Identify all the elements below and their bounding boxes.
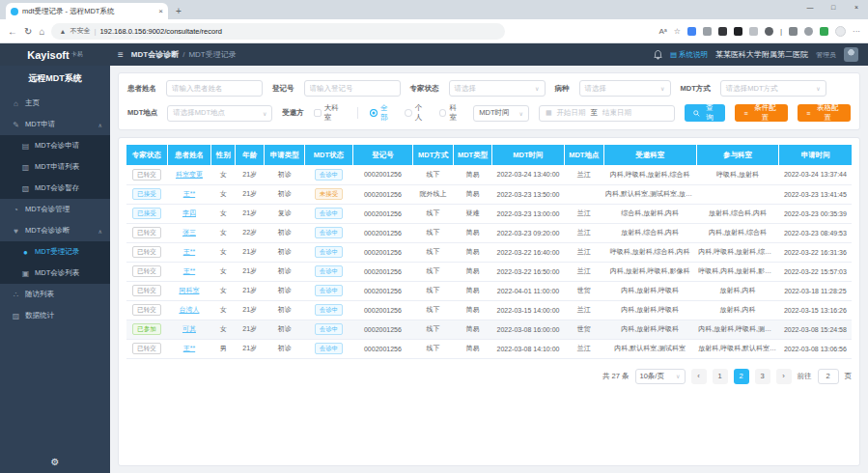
time-type-select[interactable]: MDT时间 ∨ bbox=[473, 105, 529, 122]
browser-profile-avatar[interactable] bbox=[835, 26, 846, 37]
cell-mode: 线下 bbox=[413, 300, 454, 320]
favorite-icon[interactable]: ☆ bbox=[674, 27, 681, 36]
page-button-3[interactable]: 3 bbox=[755, 369, 770, 384]
date-range-picker[interactable]: ▦ 开始日期 至 结束日期 bbox=[539, 105, 675, 122]
page-size-value: 10条/页 bbox=[640, 372, 664, 381]
goto-page-input[interactable]: 2 bbox=[818, 369, 839, 384]
system-help-link[interactable]: ▤ 系统说明 bbox=[670, 50, 708, 60]
search-button[interactable]: 查询 bbox=[685, 104, 726, 122]
sidebar-item-mdt-draft[interactable]: ▧ MDT会诊暂存 bbox=[0, 178, 110, 199]
sidebar-item-mdt-accept-record[interactable]: ● MDT受理记录 bbox=[0, 241, 110, 263]
col-mdt-type[interactable]: MDT类型 bbox=[454, 145, 492, 165]
col-patient-name[interactable]: 患者姓名 bbox=[167, 145, 211, 165]
patient-name-link[interactable]: 李四 bbox=[182, 209, 196, 216]
home-icon[interactable]: ⌂ bbox=[39, 26, 44, 37]
restore-button[interactable]: □ bbox=[822, 0, 845, 14]
page-button-2[interactable]: 2 bbox=[734, 369, 749, 384]
mdt-location-select[interactable]: 请选择MDT地点 ∨ bbox=[167, 105, 272, 122]
col-invited-depts[interactable]: 受邀科室 bbox=[603, 145, 696, 165]
security-warning-icon: ▲ bbox=[59, 28, 66, 35]
table-config-button[interactable]: ≡ 表格配置 bbox=[798, 104, 851, 122]
cell-mode: 线下 bbox=[413, 223, 454, 242]
patient-name-link[interactable]: 王** bbox=[183, 345, 195, 351]
radio-all[interactable]: 全部 bbox=[370, 103, 395, 123]
extension-icon[interactable] bbox=[687, 27, 696, 36]
patient-name-link[interactable]: 张三 bbox=[182, 229, 196, 236]
cell-type: 简易 bbox=[454, 320, 492, 339]
breadcrumb-parent[interactable]: MDT会诊诊断 bbox=[131, 49, 179, 60]
reload-icon[interactable]: ↻ bbox=[24, 26, 32, 37]
sidebar-item-mdt-apply-list[interactable]: ▥ MDT申请列表 bbox=[0, 156, 110, 178]
patient-name-link[interactable]: 可其 bbox=[182, 325, 196, 332]
patient-name-link[interactable]: 王** bbox=[183, 248, 195, 255]
browser-tab[interactable]: mdt受理记录 - 远程MDT系统 × bbox=[6, 3, 168, 19]
extension-icon[interactable] bbox=[749, 27, 758, 36]
disease-select[interactable]: 请选择 ∨ bbox=[579, 80, 671, 97]
tab-close-icon[interactable]: × bbox=[158, 7, 163, 15]
patient-name-link[interactable]: 台湾人 bbox=[179, 306, 199, 313]
sidebar-item-mdt-manage[interactable]: ◔ MDT会诊管理 bbox=[0, 199, 110, 220]
avatar[interactable] bbox=[844, 47, 858, 62]
more-menu-icon[interactable]: ··· bbox=[853, 27, 860, 36]
sidebar-item-data-stats[interactable]: ▨ 数据统计 bbox=[0, 305, 110, 326]
condition-config-button[interactable]: ≡ 条件配置 bbox=[735, 104, 788, 122]
radio-dept[interactable]: 科室 bbox=[439, 103, 464, 123]
col-gender[interactable]: 性别 bbox=[211, 145, 236, 165]
collapse-menu-icon[interactable]: ≡ bbox=[118, 49, 124, 60]
col-apply-type[interactable]: 申请类型 bbox=[265, 145, 305, 165]
patient-name-link[interactable]: 科室变更 bbox=[176, 171, 203, 178]
collections-icon[interactable] bbox=[804, 27, 813, 36]
split-screen-icon[interactable] bbox=[789, 27, 798, 36]
extension-icon[interactable] bbox=[718, 27, 727, 36]
radio-personal[interactable]: 个人 bbox=[405, 103, 430, 123]
settings-gear-icon[interactable]: ⚙ bbox=[0, 457, 110, 467]
back-icon[interactable]: ← bbox=[8, 26, 17, 37]
new-tab-button[interactable]: + bbox=[176, 6, 182, 16]
bell-icon[interactable] bbox=[654, 50, 662, 60]
extension-icon[interactable] bbox=[734, 27, 742, 36]
close-button[interactable]: × bbox=[845, 0, 868, 14]
col-mdt-mode[interactable]: MDT方式 bbox=[413, 145, 454, 165]
col-expert-status[interactable]: 专家状态 bbox=[126, 145, 167, 165]
extension-badge-icon[interactable] bbox=[820, 27, 828, 36]
sidebar-group-mdt-apply[interactable]: ✎ MDT申请 ∧ bbox=[0, 114, 110, 135]
col-joined-depts[interactable]: 参与科室 bbox=[696, 145, 779, 165]
col-age[interactable]: 年龄 bbox=[236, 145, 265, 165]
minimize-button[interactable]: — bbox=[798, 0, 822, 14]
address-bar[interactable]: ▲ 不安全 | 192.168.0.156:9002/consultate/re… bbox=[51, 23, 505, 40]
cell-mdt_status: 会诊中 bbox=[305, 339, 353, 358]
col-mdt-status[interactable]: MDT状态 bbox=[305, 145, 353, 165]
cell-apply_time: 2022-03-18 11:28:25 bbox=[779, 281, 852, 300]
screen: mdt受理记录 - 远程MDT系统 × + — □ × ← ↻ ⌂ ▲ 不安全 … bbox=[0, 0, 868, 473]
col-mdt-location[interactable]: MDT地点 bbox=[565, 145, 604, 165]
page-button-1[interactable]: 1 bbox=[713, 369, 728, 384]
page-size-select[interactable]: 10条/页 ∨ bbox=[635, 369, 686, 384]
col-apply-time[interactable]: 申请时间 bbox=[779, 145, 852, 165]
cell-apply_type: 初诊 bbox=[265, 262, 305, 281]
expert-status-badge: 已接受 bbox=[132, 208, 161, 219]
sidebar-group-mdt-diagnose[interactable]: ♥ MDT会诊诊断 ∧ bbox=[0, 220, 110, 241]
col-mdt-time[interactable]: MDT时间 bbox=[491, 145, 564, 165]
next-page-button[interactable]: › bbox=[776, 369, 792, 384]
expert-status-select[interactable]: 请选择 ∨ bbox=[449, 80, 546, 97]
patient-name-input[interactable] bbox=[166, 80, 263, 97]
col-register-no[interactable]: 登记号 bbox=[352, 145, 412, 165]
system-help-label: 系统说明 bbox=[679, 50, 708, 60]
sidebar-item-followup-list[interactable]: ∴ 随访列表 bbox=[0, 284, 110, 305]
patient-name-link[interactable]: 王** bbox=[183, 267, 195, 274]
patient-name-link[interactable]: 同科室 bbox=[179, 287, 199, 293]
sidebar-item-mdt-consult-apply[interactable]: ▤ MDT会诊申请 bbox=[0, 135, 110, 156]
register-no-input[interactable] bbox=[304, 80, 401, 97]
patient-name-link[interactable]: 王** bbox=[183, 190, 195, 197]
extension-icon[interactable] bbox=[765, 27, 773, 36]
read-aloud-icon[interactable]: Aᵃ bbox=[658, 27, 666, 36]
big-dept-checkbox[interactable]: 大科室 bbox=[314, 103, 346, 123]
table-row: 已参加可其女21岁初诊会诊中0002001256线下简易2022-03-08 1… bbox=[126, 320, 852, 339]
mdt-mode-select[interactable]: 请选择MDT方式 ∨ bbox=[720, 80, 826, 97]
sidebar-item-home[interactable]: ⌂ 主页 bbox=[0, 93, 110, 114]
extension-icon[interactable] bbox=[703, 27, 712, 36]
cell-mode: 线下 bbox=[413, 242, 454, 262]
cell-mdt_time: 2022-03-23 09:20:00 bbox=[491, 223, 564, 242]
prev-page-button[interactable]: ‹ bbox=[691, 369, 707, 384]
sidebar-item-mdt-consult-list[interactable]: ▣ MDT会诊列表 bbox=[0, 263, 110, 284]
